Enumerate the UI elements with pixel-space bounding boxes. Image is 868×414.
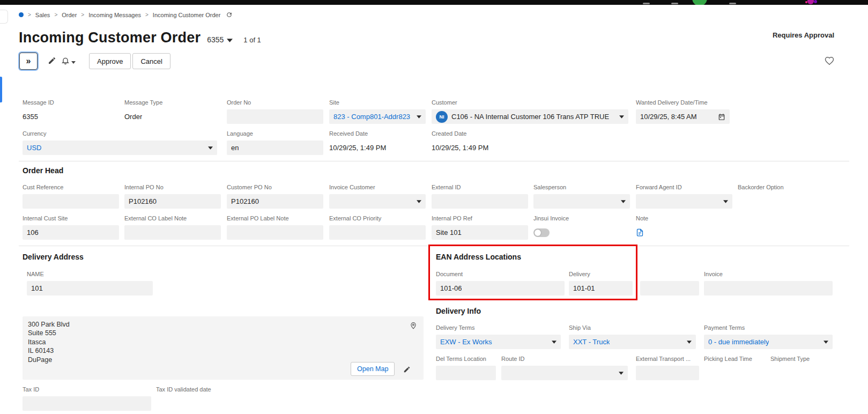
internal-cust-site-input[interactable]: 106 xyxy=(23,225,119,240)
external-co-priority-input[interactable] xyxy=(329,225,426,240)
currency-select[interactable]: USD xyxy=(23,141,217,155)
external-id-input[interactable] xyxy=(432,194,528,209)
field-external-co-priority: External CO Priority xyxy=(329,215,426,240)
payment-terms-select[interactable]: 0 - due immediately xyxy=(704,335,833,349)
environment-dot-icon xyxy=(19,12,24,17)
bell-icon xyxy=(61,56,70,66)
field-label: Currency xyxy=(23,130,217,137)
section-order-head: Order Head xyxy=(23,166,63,175)
field-cust-reference: Cust Reference xyxy=(23,184,119,209)
field-ship-via: Ship Via XXT - Truck xyxy=(569,324,696,349)
field-label: Jinsui Invoice xyxy=(533,215,630,222)
sidebar-collapsed-tab[interactable] xyxy=(0,10,8,24)
ean-delivery-input[interactable]: 101-01 xyxy=(569,281,633,295)
record-selector[interactable]: 6355 xyxy=(207,35,233,44)
address-edit-pencil-icon[interactable] xyxy=(398,363,416,376)
created-date-value: 10/29/25, 1:49 PM xyxy=(432,141,528,155)
field-label: Wanted Delivery Date/Time xyxy=(636,99,730,106)
field-label: Message Type xyxy=(124,99,221,106)
external-co-label-note-input[interactable] xyxy=(124,225,221,240)
field-label: Invoice Customer xyxy=(329,184,426,191)
cancel-button[interactable]: Cancel xyxy=(132,53,170,69)
field-label: Tax ID validated date xyxy=(156,386,285,393)
field-label: Delivery Terms xyxy=(436,324,561,331)
field-value: Site 101 xyxy=(436,228,462,236)
external-transport-input[interactable] xyxy=(636,366,699,380)
forward-agent-select[interactable] xyxy=(636,194,732,209)
ean-invoice-input[interactable] xyxy=(704,281,833,295)
note-icon[interactable] xyxy=(636,228,644,237)
cust-reference-input[interactable] xyxy=(23,194,119,209)
customer-po-no-input[interactable]: P102160 xyxy=(227,194,323,209)
salesperson-select[interactable] xyxy=(533,194,630,209)
field-value: 101 xyxy=(31,284,43,292)
delivery-terms-select[interactable]: EXW - Ex Works xyxy=(436,335,561,349)
field-label: External CO Priority xyxy=(329,215,426,222)
approve-button[interactable]: Approve xyxy=(89,53,131,69)
language-input[interactable]: en xyxy=(227,141,323,155)
open-map-button[interactable]: Open Map xyxy=(351,362,395,376)
jinsui-invoice-toggle[interactable] xyxy=(533,228,550,237)
field-label xyxy=(640,271,699,278)
field-value: 10/29/25, 8:45 AM xyxy=(640,113,697,121)
field-value: 101-06 xyxy=(440,284,462,292)
breadcrumb-item-order[interactable]: Order xyxy=(62,12,77,18)
invoice-customer-select[interactable] xyxy=(329,194,426,209)
field-label: Customer PO No xyxy=(227,184,323,191)
route-id-select[interactable] xyxy=(501,366,628,380)
section-delivery-address: Delivery Address xyxy=(23,253,84,261)
toolbar: » Approve Cancel xyxy=(19,53,170,70)
breadcrumb-item-current: Incoming Customer Order xyxy=(153,12,221,18)
chevron-down-icon xyxy=(71,57,76,65)
message-type-value: Order xyxy=(124,109,221,124)
breadcrumb-separator: > xyxy=(81,12,84,18)
field-label: Picking Lead Time xyxy=(704,356,764,363)
ean-document-input[interactable]: 101-06 xyxy=(436,281,565,295)
field-ean-delivery: Delivery 101-01 xyxy=(569,271,633,295)
chevron-down-icon xyxy=(208,146,213,150)
delivery-name-input[interactable]: 101 xyxy=(27,281,153,295)
section-divider xyxy=(19,246,849,246)
section-ean-locations: EAN Address Locations xyxy=(436,253,521,261)
expand-toolbar-button[interactable]: » xyxy=(19,53,38,70)
address-line: Suite 555 xyxy=(28,329,418,337)
ship-via-select[interactable]: XXT - Truck xyxy=(569,335,696,349)
order-no-input[interactable] xyxy=(227,109,323,124)
external-po-label-note-input[interactable] xyxy=(227,225,323,240)
breadcrumb-item-incoming-messages[interactable]: Incoming Messages xyxy=(88,12,141,18)
field-invoice-customer: Invoice Customer xyxy=(329,184,426,209)
notifications-button[interactable] xyxy=(60,53,76,69)
field-label: Order No xyxy=(227,99,323,106)
del-terms-location-input[interactable] xyxy=(436,366,496,380)
field-payment-terms: Payment Terms 0 - due immediately xyxy=(704,324,833,349)
tax-id-input[interactable] xyxy=(23,396,151,411)
chevron-down-icon xyxy=(417,200,421,203)
chevron-down-icon xyxy=(619,372,624,375)
field-forward-agent-id: Forward Agent ID xyxy=(636,184,732,209)
breadcrumb-item-sales[interactable]: Sales xyxy=(35,12,50,18)
internal-po-no-input[interactable]: P102160 xyxy=(124,194,221,209)
field-picking-lead-time: Picking Lead Time xyxy=(704,356,764,366)
internal-po-ref-input[interactable]: Site 101 xyxy=(432,225,528,240)
field-note: Note xyxy=(636,215,732,240)
field-tax-id-validated-date: Tax ID validated date xyxy=(156,386,285,411)
field-message-type: Message Type Order xyxy=(124,99,221,124)
customer-select[interactable]: NI C106 - NA Internal Customer 106 Trans… xyxy=(432,109,628,124)
field-value: P102160 xyxy=(231,197,259,205)
brand-logo-partial xyxy=(807,0,814,4)
favorite-heart-icon[interactable] xyxy=(825,56,834,68)
wanted-delivery-input[interactable]: 10/29/25, 8:45 AM xyxy=(636,109,730,124)
ean-extra-input[interactable] xyxy=(640,281,699,295)
field-ean-invoice: Invoice xyxy=(704,271,833,295)
field-customer-po-no: Customer PO No P102160 xyxy=(227,184,323,209)
field-label: Shipment Type xyxy=(770,356,833,363)
user-avatar-partial xyxy=(692,0,707,5)
field-label: Created Date xyxy=(432,130,528,137)
site-select[interactable]: 823 - Comp801-Addr823 xyxy=(329,109,426,124)
edit-button[interactable] xyxy=(44,53,60,69)
record-pagination: 1 of 1 xyxy=(243,36,261,44)
field-value: XXT - Truck xyxy=(573,338,610,346)
field-internal-po-ref: Internal PO Ref Site 101 xyxy=(432,215,528,240)
refresh-icon[interactable] xyxy=(226,11,233,18)
field-value: 10/29/25, 1:49 PM xyxy=(329,144,386,152)
